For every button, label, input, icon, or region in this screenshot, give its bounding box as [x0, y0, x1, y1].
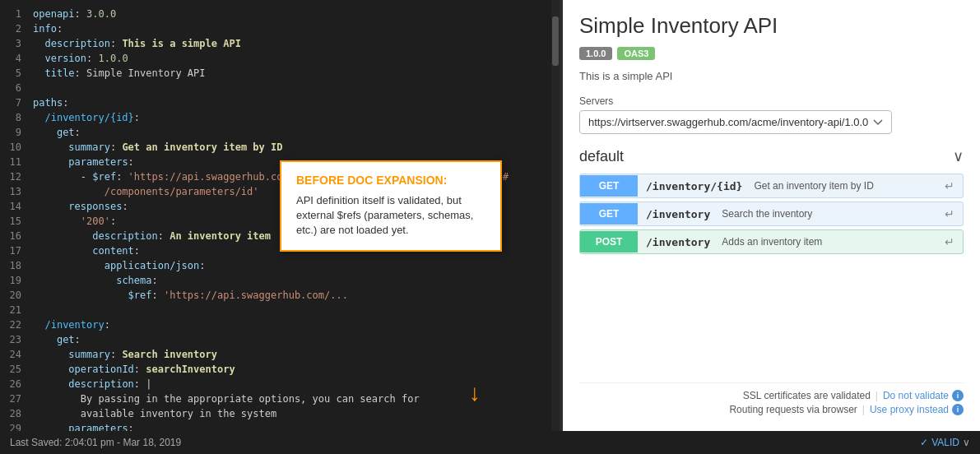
line-number: 17 [0, 243, 21, 258]
footer-date: Mar 18, 2019 [123, 437, 181, 448]
line-number: 26 [0, 377, 21, 391]
line-number: 7 [0, 95, 21, 110]
code-line[interactable]: paths: [30, 95, 551, 110]
do-not-validate-link[interactable]: Do not validate [883, 390, 949, 401]
footer-bar: Last Saved: 2:04:01 pm - Mar 18, 2019 ✓ … [0, 431, 980, 454]
default-section: default ∨ [579, 147, 964, 165]
tooltip-title: BEFORE DOC EXPANSION: [296, 174, 485, 187]
code-line[interactable]: operationId: searchInventory [30, 362, 551, 377]
line-number: 15 [0, 214, 21, 229]
line-number: 3 [0, 36, 21, 51]
code-line[interactable]: get: [30, 332, 551, 347]
footer-time: 2:04:01 pm [65, 437, 114, 448]
code-line[interactable]: info: [30, 21, 551, 36]
code-line[interactable]: $ref: 'https://api.swaggerhub.com/... [30, 288, 551, 303]
scrollbar-track[interactable] [551, 0, 560, 431]
endpoint-row[interactable]: GET/inventory/{id}Get an inventory item … [579, 174, 964, 198]
tooltip-popup: BEFORE DOC EXPANSION: API definition its… [280, 160, 502, 252]
code-line[interactable]: title: Simple Inventory API [30, 66, 551, 81]
code-line[interactable]: openapi: 3.0.0 [30, 7, 551, 21]
line-number: 23 [0, 332, 21, 347]
line-number: 25 [0, 362, 21, 377]
endpoint-row[interactable]: GET/inventorySearch the inventory↵ [579, 202, 964, 226]
line-number: 21 [0, 303, 21, 317]
code-line[interactable]: schema: [30, 273, 551, 288]
line-number: 29 [0, 421, 21, 431]
valid-checkmark-icon: ✓ [920, 437, 928, 448]
code-line[interactable]: get: [30, 125, 551, 140]
code-line[interactable] [30, 303, 551, 317]
line-number: 11 [0, 155, 21, 169]
right-panel: Simple Inventory API 1.0.0 OAS3 This is … [563, 0, 980, 431]
line-number: 1 [0, 7, 21, 21]
line-number: 14 [0, 199, 21, 214]
code-line[interactable]: parameters: [30, 421, 551, 431]
line-number: 5 [0, 66, 21, 81]
code-line[interactable]: description: This is a simple API [30, 36, 551, 51]
default-label: default [579, 148, 624, 165]
footer-chevron-icon[interactable]: ∨ [963, 437, 970, 448]
line-number: 12 [0, 169, 21, 184]
code-line[interactable] [30, 81, 551, 95]
tooltip-body: API definition itself is validated, but … [296, 193, 485, 239]
line-number: 27 [0, 391, 21, 406]
endpoint-path: /inventory/{id} [638, 175, 750, 197]
right-footer: SSL certificates are validated | Do not … [579, 382, 964, 418]
endpoint-description: Adds an inventory item [718, 231, 936, 252]
line-number: 9 [0, 125, 21, 140]
line-number: 24 [0, 347, 21, 362]
line-number: 18 [0, 258, 21, 273]
line-numbers: 1234567891011121314151617181920212223242… [0, 0, 30, 431]
method-badge: POST [580, 231, 638, 252]
endpoint-path: /inventory [638, 203, 718, 225]
line-number: 8 [0, 110, 21, 125]
line-number: 10 [0, 140, 21, 155]
line-number: 28 [0, 406, 21, 421]
scrollbar-thumb[interactable] [552, 16, 559, 66]
code-line[interactable]: version: 1.0.0 [30, 51, 551, 66]
code-editor: 1234567891011121314151617181920212223242… [0, 0, 560, 431]
code-line[interactable]: /inventory/{id}: [30, 110, 551, 125]
footer-saved-label: Last Saved: 2:04:01 pm - Mar 18, 2019 [10, 437, 181, 448]
last-saved-text: Last Saved: [10, 437, 65, 448]
code-line[interactable]: summary: Search inventory [30, 347, 551, 362]
code-line[interactable]: summary: Get an inventory item by ID [30, 140, 551, 155]
method-badge: GET [580, 203, 638, 225]
use-proxy-link[interactable]: Use proxy instead [870, 404, 949, 415]
line-number: 13 [0, 184, 21, 199]
ssl-text: SSL certificates are validated [743, 390, 871, 401]
chevron-down-icon[interactable]: ∨ [953, 147, 964, 165]
line-number: 19 [0, 273, 21, 288]
line-number: 2 [0, 21, 21, 36]
line-number: 16 [0, 229, 21, 243]
line-number: 6 [0, 81, 21, 95]
routing-text: Routing requests via browser [729, 404, 857, 415]
badges-container: 1.0.0 OAS3 [579, 47, 964, 60]
enter-icon: ↵ [936, 174, 963, 197]
oas-badge: OAS3 [617, 47, 655, 60]
line-number: 20 [0, 288, 21, 303]
servers-label: Servers [579, 95, 964, 107]
method-badge: GET [580, 175, 638, 197]
line-number: 4 [0, 51, 21, 66]
code-line[interactable]: /inventory: [30, 317, 551, 332]
main-container: 1234567891011121314151617181920212223242… [0, 0, 980, 431]
ssl-row: SSL certificates are validated | Do not … [579, 390, 964, 401]
code-line[interactable]: application/json: [30, 258, 551, 273]
endpoint-description: Search the inventory [718, 203, 936, 225]
ssl-info-icon[interactable]: i [952, 390, 964, 401]
routing-row: Routing requests via browser | Use proxy… [579, 404, 964, 415]
servers-select[interactable]: https://virtserver.swaggerhub.com/acme/i… [579, 110, 892, 134]
footer-valid-section: ✓ VALID ∨ [920, 437, 970, 448]
arrow-down-icon: ↓ [469, 380, 481, 406]
proxy-info-icon[interactable]: i [952, 404, 964, 415]
code-line[interactable]: available inventory in the system [30, 406, 551, 421]
version-badge: 1.0.0 [579, 47, 612, 60]
endpoints-list: GET/inventory/{id}Get an inventory item … [579, 174, 964, 257]
api-description: This is a simple API [579, 70, 964, 82]
enter-icon: ↵ [936, 202, 963, 225]
api-title: Simple Inventory API [579, 13, 964, 39]
endpoint-row[interactable]: POST/inventoryAdds an inventory item↵ [579, 229, 964, 254]
endpoint-path: /inventory [638, 231, 718, 253]
valid-text: VALID [931, 437, 959, 448]
